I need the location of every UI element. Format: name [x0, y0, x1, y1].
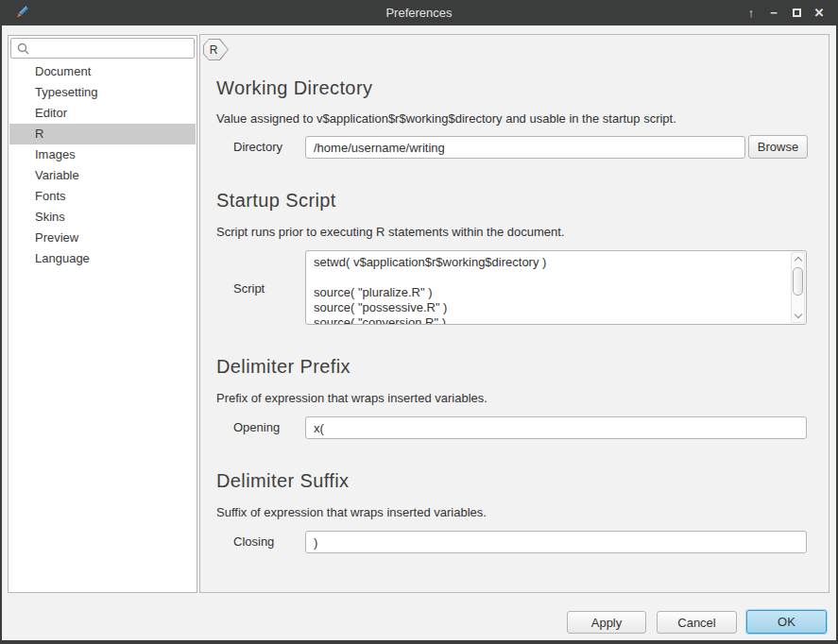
maximize-icon	[793, 8, 801, 17]
sidebar-item-images[interactable]: Images	[9, 144, 196, 165]
minimize-button[interactable]: −	[762, 0, 785, 25]
closing-input[interactable]	[305, 531, 807, 553]
section-desc-delimiter-suffix: Suffix of expression that wraps inserted…	[216, 505, 487, 520]
closing-label: Closing	[233, 531, 274, 553]
section-heading-startup-script: Startup Script	[216, 189, 336, 212]
search-icon	[17, 42, 29, 55]
sidebar-item-document[interactable]: Document	[9, 61, 196, 82]
opening-input[interactable]	[305, 416, 807, 439]
window-border-bottom	[0, 640, 838, 644]
section-desc-working-directory: Value assigned to v$application$r$workin…	[216, 111, 676, 127]
maximize-button[interactable]	[785, 0, 808, 25]
sidebar: Document Typesetting Editor R Images Var…	[8, 35, 197, 593]
cancel-button[interactable]: Cancel	[657, 611, 737, 634]
sidebar-item-preview[interactable]: Preview	[9, 228, 196, 248]
search-input[interactable]	[10, 38, 195, 59]
directory-label: Directory	[233, 136, 282, 159]
category-list: Document Typesetting Editor R Images Var…	[9, 61, 196, 269]
settings-panel: R Working Directory Value assigned to v$…	[199, 34, 829, 593]
sidebar-item-fonts[interactable]: Fonts	[9, 186, 196, 207]
window-title: Preferences	[0, 0, 838, 25]
section-heading-delimiter-suffix: Delimiter Suffix	[216, 469, 350, 492]
script-scrollbar[interactable]	[791, 252, 805, 323]
script-textarea[interactable]: setwd( v$application$r$working$directory…	[306, 251, 806, 324]
script-editor: setwd( v$application$r$working$directory…	[305, 250, 807, 325]
scroll-up-icon[interactable]	[795, 257, 802, 264]
breadcrumb[interactable]: R	[203, 39, 229, 60]
minimize-icon: −	[770, 6, 778, 20]
window-controls: ↑ − ✕	[740, 0, 830, 25]
sidebar-item-skins[interactable]: Skins	[9, 207, 196, 228]
scroll-down-icon[interactable]	[795, 311, 802, 318]
close-icon: ✕	[814, 6, 825, 20]
sidebar-item-variable[interactable]: Variable	[9, 165, 196, 186]
apply-button[interactable]: Apply	[567, 611, 646, 634]
directory-input[interactable]	[305, 136, 745, 159]
section-heading-working-directory: Working Directory	[216, 76, 372, 99]
opening-label: Opening	[233, 416, 280, 439]
shade-button[interactable]: ↑	[740, 0, 762, 25]
sidebar-item-typesetting[interactable]: Typesetting	[9, 82, 196, 103]
window-border-left	[0, 25, 2, 644]
scrollbar-thumb[interactable]	[793, 267, 803, 296]
sidebar-item-editor[interactable]: Editor	[9, 103, 196, 124]
browse-button[interactable]: Browse	[748, 135, 808, 159]
section-desc-delimiter-prefix: Prefix of expression that wraps inserted…	[216, 391, 487, 406]
ok-button[interactable]: OK	[746, 610, 827, 634]
section-heading-delimiter-prefix: Delimiter Prefix	[216, 355, 351, 378]
breadcrumb-label: R	[203, 39, 229, 60]
sidebar-item-language[interactable]: Language	[9, 248, 196, 269]
preferences-window: Preferences ↑ − ✕ Document Typesetting E…	[0, 0, 838, 644]
shade-icon: ↑	[748, 6, 755, 20]
titlebar[interactable]: Preferences ↑ − ✕	[0, 0, 838, 25]
section-desc-startup-script: Script runs prior to executing R stateme…	[216, 225, 565, 240]
close-button[interactable]: ✕	[808, 0, 830, 25]
script-label: Script	[233, 278, 265, 300]
sidebar-item-r[interactable]: R	[9, 124, 196, 144]
search-box	[10, 38, 195, 59]
